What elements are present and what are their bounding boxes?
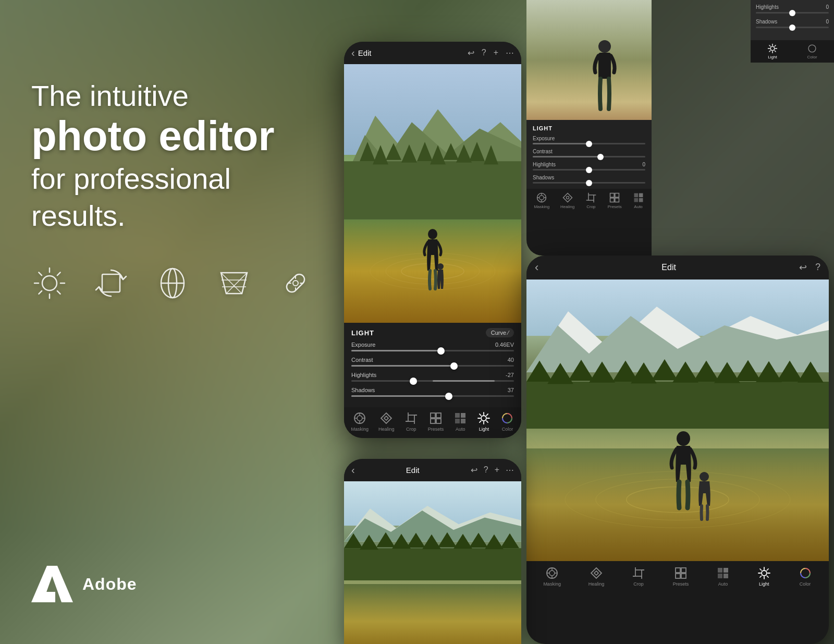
- exposure-thumb[interactable]: [437, 347, 445, 355]
- right-contrast-thumb[interactable]: [597, 154, 604, 160]
- svg-line-74: [487, 421, 488, 422]
- contrast-thumb[interactable]: [450, 362, 458, 370]
- svg-marker-126: [798, 361, 824, 383]
- help-icon[interactable]: ?: [482, 48, 486, 58]
- undo-icon[interactable]: ↩: [468, 48, 474, 58]
- exposure-slider-row[interactable]: Exposure 0.46EV: [351, 342, 514, 351]
- bc-add-icon[interactable]: +: [495, 465, 499, 475]
- rt-auto-label: Auto: [634, 204, 642, 209]
- rt-auto-icon: [633, 192, 644, 203]
- br-light-active[interactable]: Light: [757, 566, 771, 587]
- right-shadows-label: Shadows: [533, 175, 554, 180]
- shadows-slider-row[interactable]: Shadows 37: [351, 387, 514, 397]
- contrast-track[interactable]: [351, 365, 514, 367]
- br-back-button[interactable]: ‹: [535, 261, 538, 274]
- rt-presets[interactable]: Presets: [608, 192, 622, 209]
- back-button[interactable]: ‹: [351, 47, 355, 59]
- rt-auto[interactable]: Auto: [633, 192, 644, 209]
- highlights-slider-row[interactable]: Highlights -27: [351, 372, 514, 382]
- corner-shadows-label: Shadows: [756, 19, 777, 25]
- tone-tool-icon: [154, 265, 191, 301]
- corner-color[interactable]: Color: [807, 43, 817, 59]
- corner-highlights-label: Highlights: [756, 4, 779, 10]
- toolbar-masking[interactable]: Masking: [351, 411, 369, 432]
- svg-rect-18: [285, 272, 306, 294]
- right-exposure-thumb[interactable]: [586, 141, 592, 147]
- right-contrast-fill: [533, 156, 600, 157]
- svg-line-107: [775, 45, 776, 46]
- br-presets[interactable]: Presets: [673, 566, 689, 587]
- right-shadows-track[interactable]: [533, 182, 645, 184]
- contrast-fill: [351, 365, 454, 367]
- svg-rect-28: [344, 161, 521, 220]
- corner-light[interactable]: Light: [767, 43, 778, 59]
- exposure-fill: [351, 350, 441, 351]
- bc-back-button[interactable]: ‹: [351, 464, 355, 476]
- br-auto[interactable]: Auto: [716, 566, 730, 587]
- bc-more-icon[interactable]: ⋯: [506, 465, 514, 475]
- toolbar-light-active[interactable]: Light: [477, 411, 490, 432]
- svg-line-73: [480, 414, 481, 416]
- corner-highlights-thumb[interactable]: [789, 10, 795, 16]
- add-icon[interactable]: +: [494, 48, 498, 58]
- svg-point-133: [549, 570, 555, 576]
- br-healing[interactable]: Healing: [588, 566, 605, 587]
- contrast-slider-row[interactable]: Contrast 40: [351, 357, 514, 367]
- right-light-title: LIGHT: [533, 125, 645, 131]
- right-highlights-track[interactable]: [533, 169, 645, 171]
- perspective-tool-icon: [216, 265, 252, 301]
- curve-button[interactable]: Curve ∕: [486, 328, 514, 337]
- right-highlights-row: Highlights 0: [533, 162, 645, 171]
- svg-marker-116: [589, 361, 615, 383]
- bc-help-icon[interactable]: ?: [484, 465, 488, 475]
- corner-shadows-thumb[interactable]: [789, 25, 795, 31]
- corner-shadows-track[interactable]: [756, 27, 829, 28]
- corner-shadows-row: Shadows 0: [756, 19, 829, 25]
- rt-crop[interactable]: Crop: [585, 192, 597, 209]
- svg-marker-32: [401, 144, 417, 163]
- toolbar-presets[interactable]: Presets: [428, 411, 444, 432]
- phones-container: ‹ Edit ↩ ? + ⋯: [334, 0, 834, 644]
- highlights-track[interactable]: [351, 380, 514, 382]
- bc-undo-icon[interactable]: ↩: [471, 465, 477, 475]
- shadows-track[interactable]: [351, 395, 514, 397]
- svg-point-43: [437, 263, 444, 270]
- rt-presets-icon: [609, 192, 620, 203]
- light-title: LIGHT: [351, 329, 374, 337]
- highlights-thumb[interactable]: [410, 378, 417, 385]
- shadows-thumb[interactable]: [445, 393, 452, 400]
- right-exposure-label: Exposure: [533, 136, 555, 141]
- right-contrast-label-row: Contrast: [533, 149, 645, 154]
- br-color[interactable]: Color: [799, 566, 812, 587]
- bottom-toolbar-main: Masking Healing: [344, 407, 521, 438]
- rt-masking-icon: [536, 192, 547, 203]
- br-masking[interactable]: Masking: [543, 566, 561, 587]
- right-shadows-thumb[interactable]: [586, 180, 592, 186]
- tool-icons-row: [31, 265, 334, 301]
- br-crop[interactable]: Crop: [632, 566, 645, 587]
- exposure-value: 0.46EV: [495, 342, 514, 348]
- phone-bottom-center: ‹ Edit ↩ ? + ⋯: [344, 459, 521, 644]
- svg-rect-153: [723, 568, 728, 573]
- br-help-icon[interactable]: ?: [815, 262, 820, 273]
- toolbar-auto[interactable]: Auto: [453, 411, 467, 432]
- br-undo-icon[interactable]: ↩: [799, 262, 807, 273]
- toolbar-healing[interactable]: Healing: [378, 411, 395, 432]
- phone-main-topbar: ‹ Edit ↩ ? + ⋯: [344, 42, 521, 64]
- right-exposure-track[interactable]: [533, 143, 645, 144]
- toolbar-crop[interactable]: Crop: [404, 411, 418, 432]
- br-light-label: Light: [759, 581, 769, 587]
- svg-rect-94: [610, 198, 615, 202]
- corner-light-label: Light: [768, 55, 777, 59]
- toolbar-color[interactable]: Color: [500, 411, 514, 432]
- right-highlights-thumb[interactable]: [586, 167, 592, 173]
- more-icon[interactable]: ⋯: [506, 48, 514, 58]
- svg-rect-112: [526, 382, 829, 429]
- corner-highlights-track[interactable]: [756, 12, 829, 14]
- exposure-track[interactable]: [351, 350, 514, 351]
- svg-rect-152: [718, 568, 722, 573]
- right-contrast-track[interactable]: [533, 156, 645, 157]
- rt-healing[interactable]: Healing: [560, 192, 574, 209]
- rt-masking[interactable]: Masking: [534, 192, 549, 209]
- rt-masking-label: Masking: [534, 204, 549, 209]
